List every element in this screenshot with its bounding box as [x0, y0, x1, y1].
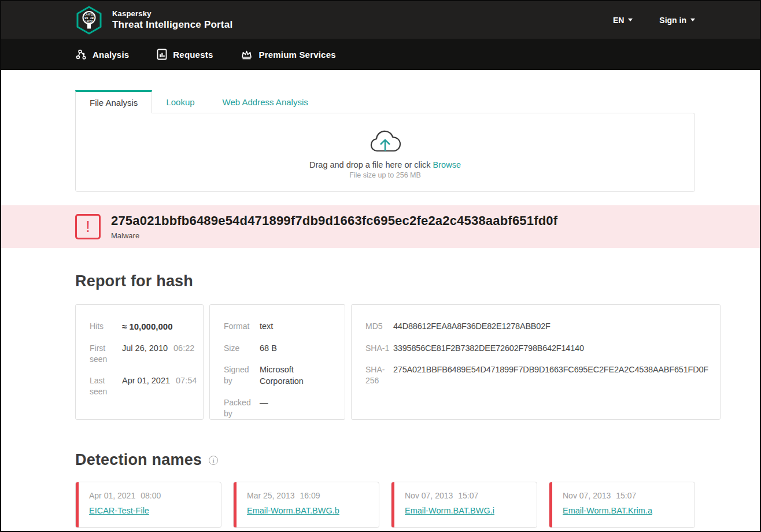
tab-label: Web Address Analysis: [223, 97, 308, 107]
molecule-icon: [75, 49, 87, 60]
stats-card: Hits ≈ 10,000,000 First seen Jul 26, 201…: [75, 304, 204, 420]
first-seen-date: Jul 26, 2010: [122, 343, 168, 353]
detection-card: Nov 07, 201315:07 Email-Worm.BAT.BWG.i: [391, 482, 537, 528]
chevron-down-icon: [690, 19, 695, 21]
first-seen-time: 06:22: [173, 343, 194, 353]
size-value: 68 B: [260, 343, 277, 354]
nav-item-label: Analysis: [93, 50, 129, 60]
detection-name-link[interactable]: EICAR-Test-File: [89, 506, 149, 515]
crown-icon: [241, 49, 253, 60]
kaspersky-logo[interactable]: CA4F2B 09 3B 14E5F Kaspersky Threat Inte…: [75, 6, 232, 35]
detection-name-link[interactable]: Email-Worm.BAT.Krim.a: [563, 506, 652, 515]
info-icon[interactable]: i: [209, 456, 218, 465]
format-value: text: [260, 321, 273, 332]
file-properties-card: Format text Size 68 B Signed by Microsof…: [209, 304, 345, 420]
report-document-icon: [157, 49, 167, 60]
tab-label: Lookup: [166, 97, 194, 107]
signed-by-label: Signed by: [224, 364, 260, 387]
sign-in-menu[interactable]: Sign in: [659, 16, 695, 25]
upload-instruction: Drag and drop a file here or click: [309, 160, 431, 169]
tab-file-analysis[interactable]: File Analysis: [75, 90, 152, 113]
product-name: Threat Intelligence Portal: [112, 19, 232, 31]
hits-value: ≈ 10,000,000: [122, 321, 172, 332]
hits-label: Hits: [90, 321, 122, 332]
svg-text:CA4F2B: CA4F2B: [84, 13, 94, 16]
upload-size-hint: File size up to 256 MB: [349, 171, 421, 179]
format-label: Format: [224, 321, 260, 332]
detection-name-link[interactable]: Email-Worm.BAT.BWG.i: [405, 506, 494, 515]
nav-item-label: Premium Services: [258, 50, 335, 60]
tab-web-address-analysis[interactable]: Web Address Analysis: [209, 90, 322, 113]
sha256-label: SHA-256: [365, 364, 393, 386]
verdict-badge: Malware: [111, 231, 557, 240]
sha1-value: 3395856CE81F2B7382DEE72602F798B642F14140: [393, 343, 584, 354]
threat-intelligence-portal-window: CA4F2B 09 3B 14E5F Kaspersky Threat Inte…: [0, 0, 761, 532]
md5-label: MD5: [365, 321, 393, 332]
nav-item-requests[interactable]: Requests: [157, 49, 213, 60]
malware-alert-banner: ! 275a021bbfb6489e54d471899f7db9d1663fc6…: [1, 205, 760, 248]
analysis-tabs: File Analysis Lookup Web Address Analysi…: [75, 90, 695, 113]
language-label: EN: [613, 16, 624, 25]
sign-in-label: Sign in: [659, 16, 686, 25]
detection-card: Nov 07, 201315:07 Email-Worm.BAT.Krim.a: [549, 482, 695, 528]
report-section-title: Report for hash: [75, 272, 695, 290]
md5-value: 44D88612FEA8A8F36DE82E1278ABB02F: [393, 321, 551, 332]
detections-list: Apr 01, 202108:00 EICAR-Test-File Mar 25…: [75, 482, 695, 528]
detections-section: Detection names i Apr 01, 202108:00 EICA…: [1, 451, 760, 528]
detection-time: 15:07: [458, 491, 478, 500]
brand-name: Kaspersky: [112, 9, 232, 18]
analysis-area: File Analysis Lookup Web Address Analysi…: [1, 70, 760, 192]
exclamation-icon: !: [75, 214, 101, 239]
svg-text:14E5F: 14E5F: [85, 20, 93, 23]
detection-card: Mar 25, 201316:09 Email-Worm.BAT.BWG.b: [233, 482, 379, 528]
analyzed-hash: 275a021bbfb6489e54d471899f7db9d1663fc695…: [111, 213, 557, 228]
detection-time: 16:09: [300, 491, 320, 500]
tab-label: File Analysis: [90, 98, 138, 108]
detection-date: Nov 07, 2013: [405, 491, 453, 500]
report-section: Report for hash Hits ≈ 10,000,000 First …: [1, 272, 760, 420]
app-header: CA4F2B 09 3B 14E5F Kaspersky Threat Inte…: [1, 1, 760, 39]
detection-date: Nov 07, 2013: [563, 491, 611, 500]
main-nav: Analysis Requests Premium Services: [1, 39, 760, 70]
hashes-card: MD5 44D88612FEA8A8F36DE82E1278ABB02F SHA…: [351, 304, 721, 420]
cloud-upload-icon: [366, 125, 404, 156]
tab-lookup[interactable]: Lookup: [152, 90, 208, 113]
detection-time: 08:00: [141, 491, 161, 500]
first-seen-label: First seen: [90, 343, 122, 365]
signed-by-value: Microsoft Corporation: [260, 364, 328, 387]
last-seen-label: Last seen: [90, 375, 122, 397]
last-seen-date: Apr 01, 2021: [122, 376, 170, 385]
detections-section-title: Detection names: [75, 451, 202, 469]
language-selector[interactable]: EN: [613, 16, 633, 25]
detection-date: Apr 01, 2021: [89, 491, 135, 500]
packed-by-label: Packed by: [224, 397, 260, 419]
size-label: Size: [224, 343, 260, 354]
detection-card: Apr 01, 202108:00 EICAR-Test-File: [75, 482, 221, 528]
browse-link[interactable]: Browse: [433, 160, 461, 169]
detection-time: 15:07: [616, 491, 636, 500]
nav-item-premium-services[interactable]: Premium Services: [241, 49, 335, 60]
upload-dropzone[interactable]: Drag and drop a file here or click Brows…: [75, 113, 695, 192]
packed-by-value: —: [260, 397, 268, 419]
sha1-label: SHA-1: [365, 343, 393, 354]
sha256-value: 275A021BBFB6489E54D471899F7DB9D1663FC695…: [393, 364, 708, 386]
nav-item-label: Requests: [173, 50, 213, 60]
detection-date: Mar 25, 2013: [247, 491, 295, 500]
detection-name-link[interactable]: Email-Worm.BAT.BWG.b: [247, 506, 339, 515]
hexagon-magnifier-logo-icon: CA4F2B 09 3B 14E5F: [75, 6, 103, 35]
nav-item-analysis[interactable]: Analysis: [75, 49, 129, 60]
last-seen-time: 07:54: [176, 376, 197, 385]
chevron-down-icon: [628, 19, 633, 21]
